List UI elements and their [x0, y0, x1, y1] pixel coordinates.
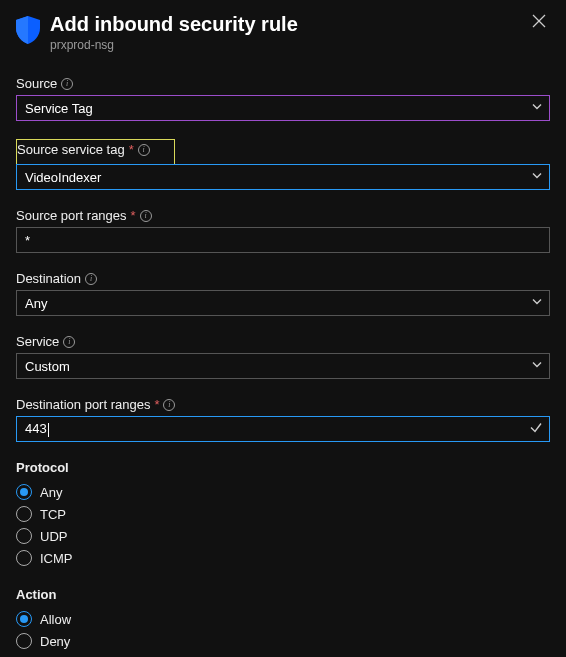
required-asterisk: * — [129, 142, 134, 157]
protocol-label: Protocol — [16, 460, 550, 475]
protocol-option-tcp[interactable]: TCP — [16, 503, 550, 525]
radio-icon — [16, 528, 32, 544]
action-option-allow[interactable]: Allow — [16, 608, 550, 630]
source-service-tag-select[interactable]: VideoIndexer — [16, 164, 550, 190]
source-service-tag-label: Source service tag — [17, 142, 125, 157]
close-icon — [532, 14, 546, 28]
service-label: Service — [16, 334, 59, 349]
protocol-option-icmp[interactable]: ICMP — [16, 547, 550, 569]
source-port-ranges-input[interactable]: * — [16, 227, 550, 253]
service-select[interactable]: Custom — [16, 353, 550, 379]
check-icon — [529, 421, 543, 438]
chevron-down-icon — [531, 359, 543, 374]
panel-header: Add inbound security rule prxprod-nsg — [16, 12, 550, 52]
destination-label: Destination — [16, 271, 81, 286]
shield-icon — [16, 16, 40, 44]
destination-port-ranges-label: Destination port ranges — [16, 397, 150, 412]
radio-icon — [16, 484, 32, 500]
radio-label: Any — [40, 485, 62, 500]
action-radio-group: Allow Deny — [16, 608, 550, 652]
radio-icon — [16, 633, 32, 649]
info-icon[interactable]: i — [61, 78, 73, 90]
protocol-option-any[interactable]: Any — [16, 481, 550, 503]
destination-port-ranges-input[interactable]: 443 — [16, 416, 550, 442]
source-port-ranges-label: Source port ranges — [16, 208, 127, 223]
radio-label: UDP — [40, 529, 67, 544]
destination-value: Any — [25, 296, 47, 311]
source-label: Source — [16, 76, 57, 91]
destination-port-ranges-value: 443 — [25, 421, 49, 437]
info-icon[interactable]: i — [138, 144, 150, 156]
required-asterisk: * — [154, 397, 159, 412]
radio-icon — [16, 506, 32, 522]
info-icon[interactable]: i — [85, 273, 97, 285]
radio-icon — [16, 550, 32, 566]
radio-label: Deny — [40, 634, 70, 649]
info-icon[interactable]: i — [140, 210, 152, 222]
action-option-deny[interactable]: Deny — [16, 630, 550, 652]
highlight-box: Source service tag * i — [16, 139, 175, 166]
protocol-radio-group: Any TCP UDP ICMP — [16, 481, 550, 569]
radio-label: ICMP — [40, 551, 73, 566]
source-service-tag-value: VideoIndexer — [25, 170, 101, 185]
radio-icon — [16, 611, 32, 627]
close-button[interactable] — [528, 12, 550, 33]
protocol-option-udp[interactable]: UDP — [16, 525, 550, 547]
info-icon[interactable]: i — [63, 336, 75, 348]
info-icon[interactable]: i — [163, 399, 175, 411]
required-asterisk: * — [131, 208, 136, 223]
source-select[interactable]: Service Tag — [16, 95, 550, 121]
source-port-ranges-value: * — [25, 233, 30, 248]
panel-title: Add inbound security rule — [50, 12, 518, 36]
panel-subtitle: prxprod-nsg — [50, 38, 518, 52]
service-value: Custom — [25, 359, 70, 374]
action-label: Action — [16, 587, 550, 602]
chevron-down-icon — [531, 296, 543, 311]
source-value: Service Tag — [25, 101, 93, 116]
radio-label: TCP — [40, 507, 66, 522]
radio-label: Allow — [40, 612, 71, 627]
chevron-down-icon — [531, 101, 543, 116]
chevron-down-icon — [531, 170, 543, 185]
destination-select[interactable]: Any — [16, 290, 550, 316]
